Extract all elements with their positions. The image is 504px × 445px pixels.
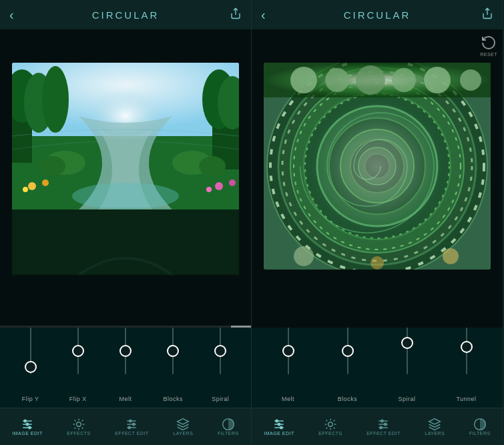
svg-point-15 [199,156,226,176]
nav-effect-edit-left[interactable]: EFFECT EDIT [108,414,155,440]
nav-label-effect-edit-right: EFFECT EDIT [366,431,400,436]
back-button-right[interactable]: ‹ [261,7,266,23]
nav-effects-left[interactable]: EFFECTS [60,414,97,440]
filters-icon-right [473,418,487,431]
slider-flip-x: Flip X [77,328,79,388]
svg-line-88 [326,428,327,429]
svg-line-33 [74,420,75,422]
svg-point-94 [385,423,387,425]
slider-label-blocks-left: Blocks [163,396,183,402]
nav-label-image-edit-left: IMAGE EDIT [12,431,42,436]
slider-track-flip-y[interactable] [30,328,31,374]
slider-thumb-melt-right[interactable] [282,345,294,357]
slider-thumb-blocks-left[interactable] [167,345,179,357]
slider-track-blocks-right[interactable] [347,328,348,374]
nav-label-effects-left: EFFECTS [67,431,90,436]
nav-effect-edit-right[interactable]: EFFECT EDIT [360,414,407,440]
svg-point-74 [370,256,384,270]
slider-thumb-spiral-left[interactable] [214,345,226,357]
slider-track-flip-x[interactable] [77,328,79,374]
effect-edit-icon-left [125,418,138,431]
svg-point-78 [278,423,280,425]
layers-icon-left [176,418,190,431]
slider-thumb-flip-x[interactable] [72,345,84,357]
svg-point-29 [29,426,31,428]
slider-label-spiral-right: Spiral [399,396,416,402]
effects-icon-left [72,418,85,431]
reset-icon [481,35,497,51]
left-image-area [0,29,251,328]
svg-point-30 [77,422,81,427]
nav-filters-left[interactable]: FILTERS [211,414,246,440]
svg-point-69 [392,68,416,92]
nav-image-edit-left[interactable]: IMAGE EDIT [5,414,49,440]
slider-blocks-left: Blocks [172,328,174,388]
share-button-right[interactable] [481,7,493,23]
slider-thumb-spiral-right[interactable] [401,337,413,349]
svg-line-85 [334,428,335,429]
image-edit-icon-right [272,418,286,431]
svg-point-18 [23,187,28,192]
filters-icon-left [222,418,235,431]
svg-point-43 [133,423,135,425]
right-image [264,63,491,270]
nav-label-layers-left: LAYERS [173,431,193,436]
back-button-left[interactable]: ‹ [9,7,14,23]
slider-label-melt-right: Melt [282,396,294,402]
slider-track-spiral-right[interactable] [407,328,408,374]
slider-tunnel-right: Tunnel [466,328,467,388]
slider-spiral-left: Spiral [220,328,221,388]
slider-thumb-blocks-right[interactable] [342,345,354,357]
nav-label-filters-right: FILTERS [469,431,491,436]
svg-line-38 [82,420,83,422]
slider-spiral-right: Spiral [407,328,408,388]
slider-label-blocks-right: Blocks [338,396,358,402]
svg-rect-23 [12,208,239,275]
left-image-reflection [12,208,239,275]
effect-edit-icon-right [376,418,390,431]
nav-effects-right[interactable]: EFFECTS [312,414,348,440]
svg-point-80 [280,426,282,428]
slider-track-spiral-left[interactable] [220,328,221,374]
slider-thumb-melt-left[interactable] [119,345,132,357]
svg-point-67 [325,68,349,92]
nav-label-layers-right: LAYERS [425,431,445,436]
nav-layers-right[interactable]: LAYERS [418,414,451,440]
svg-point-70 [424,67,451,93]
layers-icon-right [428,418,441,431]
slider-thumb-tunnel-right[interactable] [461,341,473,353]
right-slider-group: Melt Blocks Spiral Tunn [252,328,503,388]
svg-point-19 [215,182,223,190]
nav-label-image-edit-right: IMAGE EDIT [264,431,294,436]
left-title: CIRCULAR [92,9,160,21]
nav-label-effects-right: EFFECTS [318,431,342,436]
slider-track-tunnel-right[interactable] [466,328,467,374]
right-title: CIRCULAR [344,9,411,21]
effects-icon-right [324,418,337,431]
right-image-area: RESET [252,29,503,328]
svg-line-84 [326,420,327,422]
left-sliders-area: Flip Y Flip X Melt Bloc [0,328,251,408]
svg-line-34 [82,428,83,429]
right-panel: ‹ CIRCULAR [252,0,503,445]
svg-marker-45 [178,419,189,424]
slider-track-blocks-left[interactable] [172,328,174,374]
svg-point-66 [290,67,317,93]
svg-point-8 [42,66,69,133]
left-header: ‹ CIRCULAR [0,0,251,29]
reset-button[interactable]: RESET [480,35,497,57]
slider-label-melt-left: Melt [119,396,132,402]
svg-point-81 [328,422,333,427]
left-slider-group: Flip Y Flip X Melt Bloc [0,328,251,388]
slider-label-flip-y: Flip Y [22,396,39,402]
nav-label-effect-edit-left: EFFECT EDIT [115,431,148,436]
slider-track-melt-right[interactable] [288,328,289,374]
slider-track-melt-left[interactable] [125,328,126,374]
nav-image-edit-right[interactable]: IMAGE EDIT [257,414,300,440]
nav-layers-left[interactable]: LAYERS [166,414,200,440]
right-header: ‹ CIRCULAR [252,0,503,29]
slider-thumb-flip-y[interactable] [25,361,37,373]
slider-label-flip-x: Flip X [69,396,87,402]
nav-filters-right[interactable]: FILTERS [463,414,497,440]
share-button-left[interactable] [230,7,242,23]
